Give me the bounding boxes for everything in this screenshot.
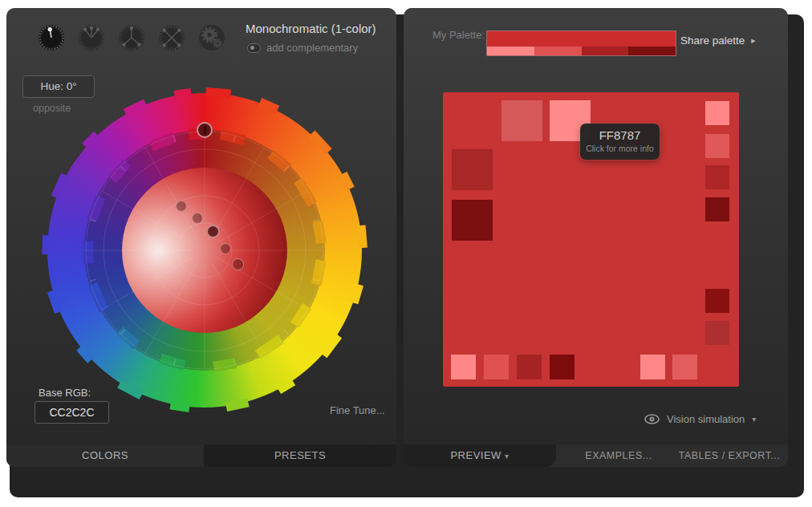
tab-examples[interactable]: EXAMPLES... <box>570 444 667 467</box>
scheme-freestyle-gears-icon[interactable] <box>197 23 226 52</box>
preview-square[interactable] <box>705 101 729 125</box>
preview-square[interactable] <box>452 149 493 190</box>
scheme-title: Monochromatic (1-color) <box>246 22 376 35</box>
preview-square[interactable] <box>484 355 509 379</box>
vision-simulation-label: Vision simulation <box>667 413 745 425</box>
vision-simulation-dropdown[interactable]: Vision simulation ▾ <box>644 413 756 425</box>
preview-square[interactable] <box>501 100 542 141</box>
wheel-notch <box>83 241 93 264</box>
base-rgb-input[interactable] <box>35 401 109 424</box>
variant-dot-2[interactable] <box>192 213 203 224</box>
share-palette-label: Share palette <box>680 34 745 47</box>
tab-presets[interactable]: PRESETS <box>204 444 396 467</box>
tab-preview[interactable]: PREVIEW ▾ <box>404 444 556 467</box>
variant-dot-3[interactable] <box>220 243 231 254</box>
share-arrow-icon: ▸ <box>751 35 756 46</box>
brightness-saturation-disc[interactable] <box>122 168 287 333</box>
preview-caret-icon: ▾ <box>505 452 510 460</box>
preview-area[interactable]: FF8787 Click for more info <box>443 92 739 387</box>
tooltip-color-value: FF8787 <box>580 128 660 142</box>
scheme-triad-icon[interactable] <box>117 23 146 52</box>
tab-preview-label: PREVIEW <box>450 449 501 461</box>
scheme-tetrad-icon[interactable] <box>157 23 186 52</box>
preview-square[interactable] <box>705 289 729 313</box>
color-wheel[interactable] <box>36 82 373 419</box>
color-tooltip[interactable]: FF8787 Click for more info <box>580 124 660 160</box>
my-palette-label: My Palette: <box>432 29 485 41</box>
hue-marker[interactable] <box>197 122 213 138</box>
share-palette-link[interactable]: Share palette ▸ <box>680 34 756 47</box>
palette-swatch[interactable] <box>487 47 534 55</box>
tab-tables-export[interactable]: TABLES / EXPORT... <box>673 444 786 467</box>
preview-square[interactable] <box>550 355 574 379</box>
wheel-notch <box>357 225 367 248</box>
preview-square[interactable] <box>705 134 729 158</box>
fine-tune-link[interactable]: Fine Tune... <box>330 404 385 416</box>
eye-icon <box>644 414 660 424</box>
base-rgb-label: Base RGB: <box>39 387 91 399</box>
base-color-dot[interactable] <box>206 225 220 238</box>
wheel-notch <box>169 400 190 412</box>
palette-swatch[interactable] <box>582 47 629 55</box>
preview-square[interactable] <box>517 355 542 379</box>
left-tabstrip: COLORS PRESETS <box>6 444 396 467</box>
variant-dot-4[interactable] <box>232 258 244 270</box>
preview-square[interactable] <box>640 355 665 379</box>
scheme-monochromatic-icon[interactable] <box>37 23 66 52</box>
variant-dot-1[interactable] <box>176 201 187 212</box>
tooltip-hint: Click for more info <box>580 144 660 153</box>
palette-swatch[interactable] <box>628 47 676 55</box>
preview-square[interactable] <box>452 200 493 241</box>
add-complementary-radio[interactable] <box>247 43 261 53</box>
preview-panel: My Palette: Share palette ▸ FF8787 Click… <box>404 8 788 467</box>
vision-caret-icon: ▾ <box>752 415 756 424</box>
wheel-notch <box>42 235 51 255</box>
preview-square[interactable] <box>672 355 697 379</box>
palette-main-color[interactable] <box>487 31 676 47</box>
preview-square[interactable] <box>451 355 476 379</box>
preview-square[interactable] <box>705 165 729 189</box>
right-tabstrip: PREVIEW ▾ EXAMPLES... TABLES / EXPORT... <box>404 444 788 467</box>
scheme-adjacent-icon[interactable] <box>77 23 106 52</box>
scheme-type-selector <box>37 23 226 52</box>
palette-bar[interactable] <box>486 30 676 56</box>
add-complementary-option[interactable]: add complementary <box>247 42 358 54</box>
add-complementary-label: add complementary <box>266 42 358 54</box>
tab-colors[interactable]: COLORS <box>6 444 204 467</box>
palette-swatches <box>487 47 676 55</box>
preview-square[interactable] <box>705 321 729 345</box>
app-window: Monochromatic (1-color) add complementar… <box>0 0 812 507</box>
palette-swatch[interactable] <box>534 47 582 55</box>
scheme-panel: Monochromatic (1-color) add complementar… <box>6 8 396 467</box>
preview-square[interactable] <box>705 197 729 221</box>
